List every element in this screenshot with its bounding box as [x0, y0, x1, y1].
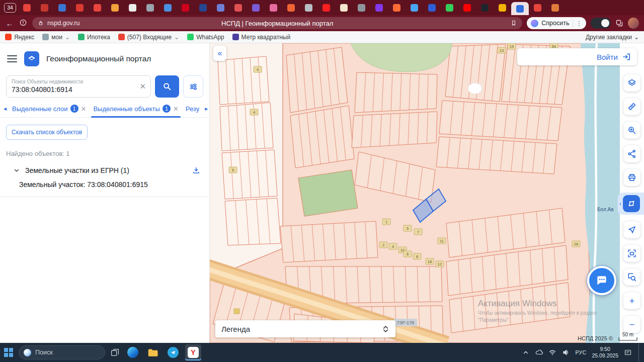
tabs-scroll-left-icon[interactable]: ◂	[2, 105, 8, 117]
parcel-label[interactable]: 4	[250, 109, 258, 115]
map-extent-button[interactable]	[623, 245, 640, 262]
ask-button[interactable]: Спросить ⋮	[527, 17, 586, 29]
chevron-down-icon[interactable]	[13, 167, 20, 174]
browser-tab[interactable]	[282, 0, 300, 15]
browser-tab[interactable]	[546, 0, 564, 15]
my-location-button[interactable]	[623, 221, 640, 238]
browser-tab[interactable]	[494, 0, 511, 15]
browser-tab[interactable]	[124, 0, 141, 15]
clock[interactable]: 9:50 25.09.2025	[592, 346, 618, 359]
measure-button[interactable]	[623, 98, 640, 115]
chevron-left-icon[interactable]: ‹	[619, 200, 621, 207]
parcel-label[interactable]: 12	[436, 261, 444, 267]
clear-search-icon[interactable]: ✕	[139, 82, 146, 91]
bookmark-item[interactable]: (507) Входящие⌄	[118, 34, 179, 41]
tab-results[interactable]: Резу	[183, 105, 202, 117]
download-group-icon[interactable]	[192, 166, 200, 174]
browser-tab[interactable]	[71, 0, 89, 15]
taskbar-app-yandex[interactable]: Y	[185, 344, 201, 360]
browser-tab[interactable]	[229, 0, 247, 15]
parcel-label[interactable]: 13	[498, 47, 506, 53]
login-button[interactable]: Войти	[517, 48, 637, 65]
search-button[interactable]	[155, 75, 179, 98]
area-search-button[interactable]	[623, 268, 640, 286]
legend-bar[interactable]: Легенда	[215, 320, 395, 337]
parcel-label[interactable]: 6	[404, 251, 412, 257]
bookmark-item[interactable]: WhatsApp	[187, 34, 224, 41]
tab-close-icon[interactable]: ✕	[173, 105, 179, 113]
browser-tab[interactable]	[388, 0, 406, 15]
browser-tab[interactable]	[53, 0, 71, 15]
bookmark-item[interactable]: Яндекс	[5, 34, 34, 41]
bookmark-item[interactable]: Метр квадратный	[232, 34, 291, 41]
taskbar-app-telegram[interactable]	[165, 344, 181, 360]
parcel-label[interactable]: 4	[389, 243, 397, 249]
start-button-icon[interactable]	[4, 348, 13, 357]
filter-button[interactable]	[183, 75, 203, 98]
layers-button[interactable]	[623, 74, 640, 92]
browser-tab[interactable]	[423, 0, 441, 15]
ask-menu-icon[interactable]: ⋮	[573, 20, 583, 27]
browser-tab[interactable]	[300, 0, 317, 15]
taskbar-app-edge[interactable]	[125, 344, 141, 360]
parcel-label[interactable]: 15	[508, 43, 516, 49]
tab-close-icon[interactable]: ✕	[81, 105, 87, 113]
parcel-label[interactable]: 11	[438, 238, 446, 244]
cloud-icon[interactable]	[535, 348, 543, 356]
browser-tab[interactable]	[212, 0, 229, 15]
browser-tab[interactable]	[36, 0, 53, 15]
browser-tab[interactable]	[18, 0, 36, 15]
browser-tab[interactable]	[370, 0, 388, 15]
parcel-label[interactable]: 18	[426, 258, 434, 264]
browser-tab[interactable]	[265, 0, 282, 15]
language-indicator[interactable]: РУС	[576, 349, 587, 355]
tab-counter-button[interactable]: 34	[4, 3, 16, 13]
url-box[interactable]: nspd.gov.ru НСПД | Геоинформационный пор…	[32, 17, 522, 29]
browser-tab[interactable]	[177, 0, 194, 15]
collapse-panel-button[interactable]: «	[213, 46, 226, 61]
taskbar-search-input[interactable]: Поиск	[19, 345, 105, 359]
nspd-logo-icon[interactable]	[24, 51, 39, 66]
bookmark-item[interactable]: мои⌄	[42, 34, 70, 41]
map-canvas[interactable]: 73Р-17844513155415711241068181226Бол.Ав	[210, 43, 620, 343]
back-icon[interactable]: ←	[5, 19, 14, 28]
profile-avatar[interactable]	[628, 18, 639, 29]
chat-button[interactable]	[587, 266, 616, 295]
bookmark-item[interactable]: Ипотека	[78, 34, 110, 41]
browser-tab[interactable]	[441, 0, 458, 15]
browser-tab[interactable]	[106, 0, 124, 15]
collections-icon[interactable]	[615, 19, 623, 27]
browser-tab[interactable]	[458, 0, 476, 15]
parcel-label[interactable]: 26	[572, 241, 580, 247]
parcel-label[interactable]: 2	[379, 242, 387, 248]
share-button[interactable]	[623, 145, 640, 162]
notification-center-icon[interactable]	[624, 348, 632, 356]
parcel-label[interactable]: 4	[254, 66, 262, 72]
download-list-button[interactable]: Скачать список объектов	[6, 125, 88, 140]
browser-tab[interactable]	[353, 0, 370, 15]
browser-tab[interactable]	[317, 0, 335, 15]
results-group[interactable]: Земельные участки из ЕГРН (1)	[0, 157, 209, 174]
site-info-icon[interactable]	[19, 19, 28, 28]
parcel-label[interactable]: 8	[413, 253, 421, 259]
browser-tab[interactable]	[335, 0, 353, 15]
legend-expand-icon[interactable]	[382, 325, 389, 333]
draw-tool-active[interactable]: ‹	[618, 193, 644, 215]
print-button[interactable]	[623, 169, 640, 186]
tray-expand-icon[interactable]	[522, 349, 529, 356]
zoom-out-button[interactable]: −	[623, 316, 640, 333]
parcel-label[interactable]: 7	[414, 229, 422, 235]
menu-icon[interactable]	[7, 55, 17, 62]
parcel-label[interactable]: 1	[382, 219, 390, 225]
browser-tab[interactable]	[194, 0, 212, 15]
browser-tab[interactable]	[141, 0, 159, 15]
browser-tab[interactable]	[159, 0, 177, 15]
theme-toggle[interactable]	[591, 18, 611, 29]
draw-icon[interactable]	[623, 195, 640, 212]
browser-tab[interactable]	[247, 0, 265, 15]
tab-selected-layers[interactable]: Выделенные слои 1 ✕	[9, 105, 89, 117]
tabs-scroll-right-icon[interactable]: ▸	[203, 105, 209, 117]
zoom-in-button[interactable]: +	[623, 292, 640, 309]
bookmark-icon[interactable]	[510, 20, 517, 27]
task-view-icon[interactable]	[111, 348, 119, 357]
